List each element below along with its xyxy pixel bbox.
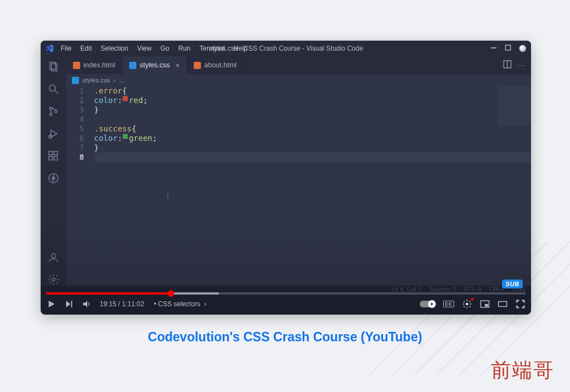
color-swatch (122, 96, 128, 101)
volume-button[interactable] (82, 299, 92, 309)
settings-button[interactable] (462, 299, 472, 309)
svg-point-31 (466, 303, 469, 306)
tab-index-html[interactable]: index.html (66, 56, 122, 74)
minimap[interactable] (498, 86, 531, 125)
breadcrumb-file: styles.css (82, 77, 110, 84)
svg-point-12 (50, 107, 52, 110)
svg-point-22 (51, 254, 55, 258)
svg-rect-7 (505, 45, 510, 50)
play-button[interactable] (46, 299, 56, 309)
activity-bar (41, 56, 66, 286)
explorer-icon[interactable] (47, 61, 60, 73)
svg-marker-27 (66, 301, 71, 307)
figure-caption: Codevolution's CSS Crash Course (YouTube… (0, 330, 570, 345)
code-body[interactable]: .error { color: red; } .success { color:… (94, 86, 531, 286)
editor-tabs: index.htmlstyles.css×about.html ··· (66, 56, 531, 74)
code-editor[interactable]: 12345678 .error { color: red; } .success… (66, 86, 531, 286)
code-line[interactable]: color: red; (94, 96, 531, 105)
menu-file[interactable]: File (57, 43, 75, 53)
video-frame: FileEditSelectionViewGoRunTerminalHelp s… (41, 41, 531, 315)
status-item[interactable]: Spaces: 2 (429, 286, 456, 292)
svg-point-21 (49, 174, 58, 183)
svg-marker-26 (49, 301, 55, 307)
svg-rect-18 (49, 156, 52, 160)
video-time: 19:15 / 1:11:02 (100, 300, 144, 308)
breadcrumb-separator: › (114, 77, 116, 84)
miniplayer-button[interactable] (480, 299, 490, 309)
line-gutter: 12345678 (66, 86, 94, 286)
css-file-icon (72, 77, 79, 84)
svg-rect-33 (485, 304, 488, 307)
watermark-text: 前端哥 (491, 357, 554, 384)
split-editor-icon[interactable] (503, 60, 512, 70)
tab-styles-css[interactable]: styles.css× (122, 56, 187, 74)
svg-marker-29 (83, 301, 87, 307)
captions-button[interactable]: CC (443, 301, 454, 307)
svg-rect-34 (499, 302, 507, 307)
run-debug-icon[interactable] (47, 128, 60, 140)
tab-label: about.html (204, 61, 237, 69)
tab-label: index.html (83, 61, 115, 69)
svg-rect-17 (49, 151, 52, 155)
code-line[interactable] (94, 115, 531, 124)
svg-point-10 (50, 85, 56, 91)
vscode-statusbar: Ln 8, Col 1Spaces: 2UTF-8CRLFCSS (41, 286, 531, 292)
thunder-icon[interactable] (47, 172, 60, 184)
source-control-icon[interactable] (47, 105, 60, 117)
menu-go[interactable]: Go (157, 43, 173, 53)
played-segment (46, 292, 171, 295)
status-item[interactable]: UTF-8 (464, 286, 481, 292)
window-maximize-icon[interactable] (505, 45, 511, 52)
search-icon[interactable] (47, 83, 60, 95)
window-minimize-icon[interactable] (490, 45, 497, 53)
menu-view[interactable]: View (134, 43, 155, 53)
svg-point-13 (50, 113, 52, 116)
code-line[interactable]: color: green; (94, 134, 531, 143)
css-file-icon (129, 62, 136, 69)
menu-run[interactable]: Run (175, 43, 194, 53)
window-close-icon[interactable] (519, 45, 527, 52)
menu-selection[interactable]: Selection (97, 43, 131, 53)
html-file-icon (194, 62, 201, 69)
menu-bar: FileEditSelectionViewGoRunTerminalHelp (57, 43, 250, 53)
chapter-label[interactable]: • CSS selectors › (152, 300, 207, 308)
more-actions-icon[interactable]: ··· (518, 61, 525, 69)
menu-help[interactable]: Help (230, 43, 251, 53)
svg-marker-30 (431, 302, 434, 306)
html-file-icon (73, 62, 80, 69)
svg-rect-20 (54, 151, 57, 155)
progress-scrubber[interactable] (168, 290, 174, 297)
next-button[interactable] (64, 299, 74, 309)
account-icon[interactable] (47, 251, 60, 263)
code-line[interactable]: } (94, 143, 531, 153)
menu-terminal[interactable]: Terminal (196, 43, 228, 53)
video-progress-bar[interactable] (46, 292, 525, 295)
svg-rect-8 (50, 62, 56, 70)
svg-point-14 (55, 110, 57, 113)
svg-rect-28 (71, 301, 72, 307)
breadcrumb[interactable]: styles.css › ... (66, 74, 531, 86)
extensions-icon[interactable] (47, 150, 60, 162)
code-line[interactable]: .success { (94, 124, 531, 134)
svg-point-23 (52, 278, 55, 281)
tab-about-html[interactable]: about.html (187, 56, 244, 74)
svg-rect-9 (51, 64, 57, 71)
status-item[interactable]: Ln 8, Col 1 (391, 286, 421, 292)
autoplay-toggle[interactable] (420, 301, 435, 307)
vscode-logo-icon (45, 44, 54, 53)
fullscreen-button[interactable] (515, 299, 525, 309)
vscode-titlebar: FileEditSelectionViewGoRunTerminalHelp s… (41, 41, 531, 56)
settings-gear-icon[interactable] (47, 273, 60, 286)
tab-label: styles.css (140, 61, 170, 69)
color-swatch (122, 134, 128, 139)
close-tab-icon[interactable]: × (175, 61, 180, 70)
video-controls: 19:15 / 1:11:02 • CSS selectors › CC (41, 295, 531, 315)
menu-edit[interactable]: Edit (77, 43, 95, 53)
theater-button[interactable] (498, 299, 508, 309)
subtitle-badge[interactable]: SUB (502, 280, 523, 288)
code-line[interactable] (94, 153, 531, 162)
breadcrumb-rest: ... (119, 77, 125, 84)
code-line[interactable]: } (94, 105, 531, 115)
code-line[interactable]: .error { (94, 86, 531, 96)
text-cursor-icon: I (166, 192, 169, 202)
